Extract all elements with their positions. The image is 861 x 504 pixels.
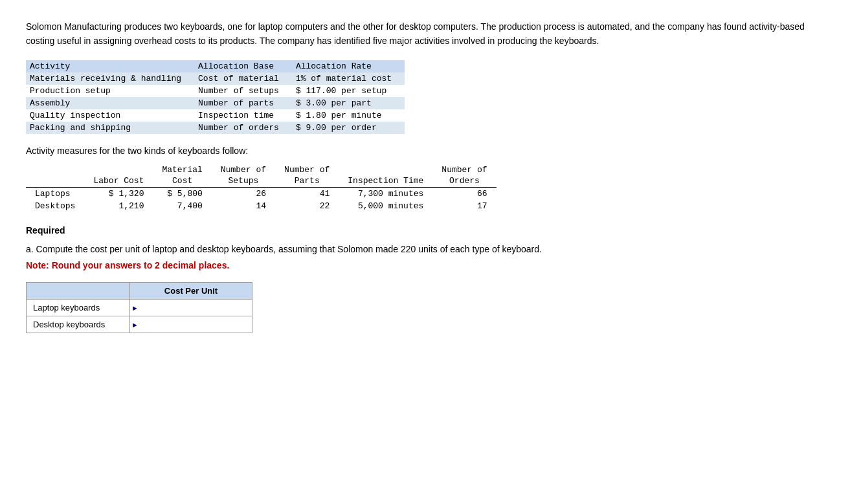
- question-a-text: a. Compute the cost per unit of laptop a…: [26, 242, 835, 256]
- allocation-rate-4: $ 1.80 per minute: [292, 109, 405, 122]
- col-orders-header: Number of: [432, 164, 496, 175]
- cost-table-header-row: Cost Per Unit: [27, 283, 252, 300]
- col-setups-header: Number of: [212, 164, 275, 175]
- col-empty: [26, 164, 84, 175]
- col-setups-subheader: Setups: [212, 175, 275, 188]
- laptops-inspection-time: 7,300 minutes: [339, 187, 432, 200]
- activity-row-3: Assembly Number of parts $ 3.00 per part: [26, 97, 405, 109]
- laptop-arrow-icon: ►: [131, 304, 139, 312]
- activity-table-header-row: Activity Allocation Base Allocation Rate: [26, 60, 405, 72]
- activity-table: Activity Allocation Base Allocation Rate…: [26, 60, 405, 134]
- desktops-orders: 17: [432, 200, 496, 212]
- desktops-labor-cost: 1,210: [84, 200, 153, 212]
- col-inspection-header: [339, 164, 432, 175]
- allocation-rate-3: $ 3.00 per part: [292, 97, 405, 109]
- allocation-base-3: Number of parts: [194, 97, 292, 109]
- allocation-base-4: Inspection time: [194, 109, 292, 122]
- allocation-rate-1: 1% of material cost: [292, 72, 405, 85]
- cost-table-empty-header: [27, 283, 130, 300]
- activity-row-2: Production setup Number of setups $ 117.…: [26, 85, 405, 97]
- laptops-material-cost: $ 5,800: [153, 187, 211, 200]
- activity-name-3: Assembly: [26, 97, 194, 109]
- laptop-keyboards-label: Laptop keyboards: [27, 300, 130, 316]
- desktops-setups: 14: [212, 200, 275, 212]
- allocation-rate-2: $ 117.00 per setup: [292, 85, 405, 97]
- laptops-label: Laptops: [26, 187, 84, 200]
- col-inspection-subheader: Inspection Time: [339, 175, 432, 188]
- col-parts-subheader: Parts: [275, 175, 339, 188]
- measures-table: Material Number of Number of Number of L…: [26, 164, 497, 212]
- laptops-orders: 66: [432, 187, 496, 200]
- allocation-rate-header: Allocation Rate: [292, 60, 405, 72]
- laptop-keyboards-value-cell[interactable]: ►: [130, 300, 252, 316]
- col-labor-cost-header: [84, 164, 153, 175]
- col-parts-header: Number of: [275, 164, 339, 175]
- desktop-keyboards-value-cell[interactable]: ►: [130, 316, 252, 333]
- desktops-parts: 22: [275, 200, 339, 212]
- note-text: Note: Round your answers to 2 decimal pl…: [26, 260, 835, 270]
- allocation-base-5: Number of orders: [194, 122, 292, 134]
- activity-row-4: Quality inspection Inspection time $ 1.8…: [26, 109, 405, 122]
- cost-table-row-desktop: Desktop keyboards ►: [27, 316, 252, 333]
- measures-header-row-2: Labor Cost Cost Setups Parts Inspection …: [26, 175, 497, 188]
- laptops-labor-cost: $ 1,320: [84, 187, 153, 200]
- laptop-keyboards-input[interactable]: [137, 303, 245, 312]
- activity-measures-label: Activity measures for the two kinds of k…: [26, 146, 835, 156]
- activity-name-2: Production setup: [26, 85, 194, 97]
- col-labor-cost-subheader: Labor Cost: [84, 175, 153, 188]
- cost-per-unit-header: Cost Per Unit: [130, 283, 252, 300]
- desktop-keyboards-input[interactable]: [137, 320, 245, 329]
- allocation-rate-5: $ 9.00 per order: [292, 122, 405, 134]
- desktop-arrow-icon: ►: [131, 321, 139, 329]
- measures-row-laptops: Laptops $ 1,320 $ 5,800 26 41 7,300 minu…: [26, 187, 497, 200]
- desktop-keyboards-label: Desktop keyboards: [27, 316, 130, 333]
- col-orders-subheader: Orders: [432, 175, 496, 188]
- required-label: Required: [26, 225, 835, 236]
- desktops-label: Desktops: [26, 200, 84, 212]
- col-material-header: Material: [153, 164, 211, 175]
- activity-name-1: Materials receiving & handling: [26, 72, 194, 85]
- col-label-subheader: [26, 175, 84, 188]
- laptops-parts: 41: [275, 187, 339, 200]
- desktops-material-cost: 7,400: [153, 200, 211, 212]
- allocation-base-2: Number of setups: [194, 85, 292, 97]
- allocation-base-header: Allocation Base: [194, 60, 292, 72]
- measures-header-row-1: Material Number of Number of Number of: [26, 164, 497, 175]
- activity-row-5: Packing and shipping Number of orders $ …: [26, 122, 405, 134]
- cost-per-unit-table: Cost Per Unit Laptop keyboards ► Desktop…: [26, 282, 252, 333]
- intro-paragraph: Solomon Manufacturing produces two keybo…: [26, 19, 835, 49]
- allocation-base-1: Cost of material: [194, 72, 292, 85]
- measures-row-desktops: Desktops 1,210 7,400 14 22 5,000 minutes…: [26, 200, 497, 212]
- col-material-cost-subheader: Cost: [153, 175, 211, 188]
- activity-name-4: Quality inspection: [26, 109, 194, 122]
- desktops-inspection-time: 5,000 minutes: [339, 200, 432, 212]
- activity-row-1: Materials receiving & handling Cost of m…: [26, 72, 405, 85]
- activity-name-5: Packing and shipping: [26, 122, 194, 134]
- laptops-setups: 26: [212, 187, 275, 200]
- activity-header: Activity: [26, 60, 194, 72]
- cost-table-row-laptop: Laptop keyboards ►: [27, 300, 252, 316]
